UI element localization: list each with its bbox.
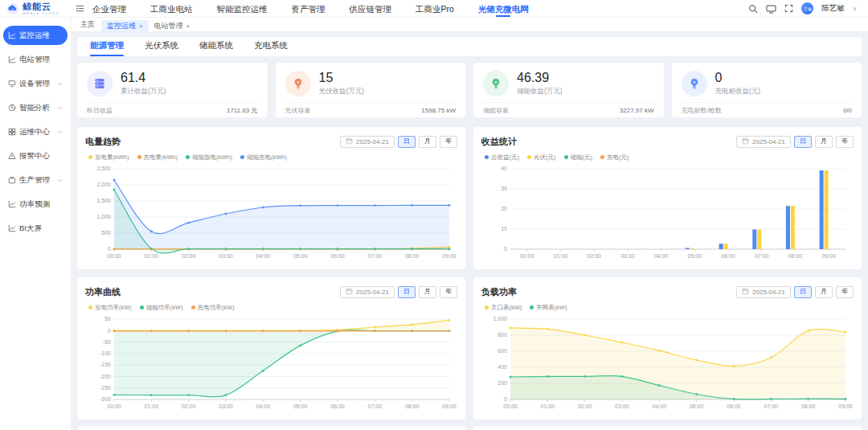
data-point[interactable]: [695, 359, 698, 362]
sidebar-collapse-icon[interactable]: [76, 4, 84, 13]
data-point[interactable]: [411, 204, 413, 207]
user-menu-chevron-icon[interactable]: ∨: [853, 6, 857, 12]
period-button-年[interactable]: 年: [836, 286, 854, 298]
sidebar-item-6[interactable]: 生产管理: [3, 170, 68, 190]
legend-item[interactable]: 充电(元): [600, 154, 629, 162]
data-point[interactable]: [448, 319, 451, 321]
bar[interactable]: [686, 248, 690, 250]
data-point[interactable]: [299, 330, 301, 333]
nav-item-5[interactable]: 工商业Pro: [416, 0, 454, 18]
avatar[interactable]: 艺敏: [801, 2, 813, 14]
data-point[interactable]: [337, 248, 339, 250]
data-point[interactable]: [374, 326, 376, 329]
legend-item[interactable]: 总收益(元): [485, 154, 519, 162]
nav-item-1[interactable]: 工商业电站: [150, 0, 193, 18]
data-point[interactable]: [225, 248, 227, 250]
period-button-月[interactable]: 月: [419, 286, 436, 298]
monitor-icon[interactable]: [766, 4, 776, 14]
close-icon[interactable]: ×: [139, 23, 143, 30]
period-button-日[interactable]: 日: [794, 286, 812, 298]
data-point[interactable]: [337, 204, 339, 207]
sidebar-item-3[interactable]: 智能分析: [3, 98, 68, 117]
data-point[interactable]: [187, 248, 190, 250]
legend-item[interactable]: 充电量(kWh): [137, 154, 178, 162]
close-icon[interactable]: ×: [186, 23, 190, 30]
data-point[interactable]: [547, 328, 549, 330]
search-icon[interactable]: [748, 4, 758, 14]
sidebar-item-5[interactable]: 报警中心: [3, 146, 68, 166]
nav-item-0[interactable]: 企业管理: [92, 0, 126, 18]
data-point[interactable]: [448, 248, 451, 250]
tab-0[interactable]: 能源管理: [90, 40, 124, 56]
data-point[interactable]: [113, 394, 116, 396]
data-point[interactable]: [299, 204, 301, 207]
nav-item-4[interactable]: 供应链管理: [350, 0, 392, 18]
sidebar-item-1[interactable]: 电站管理: [3, 50, 68, 69]
data-point[interactable]: [262, 330, 264, 333]
legend-item[interactable]: 光伏(元): [527, 154, 556, 162]
data-point[interactable]: [770, 357, 772, 359]
data-point[interactable]: [374, 330, 376, 333]
data-point[interactable]: [448, 330, 451, 333]
legend-item[interactable]: 并网表(kW): [530, 304, 567, 312]
legend-item[interactable]: 储能(元): [564, 154, 593, 162]
data-point[interactable]: [583, 334, 586, 337]
data-point[interactable]: [113, 179, 116, 182]
nav-item-3[interactable]: 资产管理: [292, 0, 326, 18]
data-point[interactable]: [695, 393, 698, 395]
period-button-年[interactable]: 年: [836, 136, 854, 148]
tab-1[interactable]: 光伏系统: [145, 40, 178, 56]
data-point[interactable]: [187, 330, 190, 333]
data-point[interactable]: [337, 330, 339, 333]
period-button-月[interactable]: 月: [815, 286, 833, 298]
data-point[interactable]: [510, 376, 512, 379]
bar[interactable]: [752, 230, 756, 250]
data-point[interactable]: [733, 365, 735, 367]
sidebar-item-4[interactable]: 运维中心: [3, 122, 68, 141]
data-point[interactable]: [411, 324, 413, 326]
data-point[interactable]: [448, 246, 451, 248]
data-point[interactable]: [411, 330, 413, 333]
bar[interactable]: [724, 244, 728, 249]
data-point[interactable]: [225, 213, 227, 215]
brand-logo[interactable]: 鲸能云 WHALE CLOUD: [0, 2, 71, 15]
data-point[interactable]: [510, 327, 512, 330]
data-point[interactable]: [299, 345, 301, 347]
period-button-月[interactable]: 月: [419, 136, 436, 148]
data-point[interactable]: [807, 398, 809, 400]
legend-item[interactable]: 发电功率(kW): [88, 304, 132, 312]
bar[interactable]: [786, 206, 790, 249]
period-button-月[interactable]: 月: [815, 136, 833, 148]
bar[interactable]: [825, 170, 829, 249]
legend-item[interactable]: 储能充电(kWh): [240, 154, 287, 162]
data-point[interactable]: [225, 394, 227, 396]
data-point[interactable]: [187, 394, 190, 396]
bar[interactable]: [719, 244, 723, 249]
fullscreen-icon[interactable]: [784, 4, 793, 13]
sidebar-item-2[interactable]: 设备管理: [3, 74, 68, 93]
bar[interactable]: [757, 230, 761, 249]
sidebar-item-0[interactable]: 监控运维: [3, 26, 68, 45]
date-picker[interactable]: 2025-04-21: [736, 286, 791, 298]
legend-item[interactable]: 储能功率(kW): [140, 304, 183, 312]
sidebar-item-8[interactable]: BI大屏: [3, 219, 68, 238]
data-point[interactable]: [187, 222, 190, 224]
data-point[interactable]: [225, 330, 227, 333]
legend-item[interactable]: 充电功率(kW): [191, 304, 235, 312]
data-point[interactable]: [374, 204, 376, 207]
date-picker[interactable]: 2025-04-21: [340, 286, 395, 298]
legend-item[interactable]: 发电量(kWh): [88, 154, 129, 162]
bar[interactable]: [820, 170, 824, 249]
period-button-日[interactable]: 日: [398, 286, 416, 298]
sidebar-item-7[interactable]: 功率预测: [3, 195, 68, 214]
data-point[interactable]: [150, 231, 153, 233]
data-point[interactable]: [583, 375, 586, 378]
period-button-年[interactable]: 年: [440, 136, 457, 148]
period-button-日[interactable]: 日: [398, 136, 416, 148]
data-point[interactable]: [262, 370, 264, 372]
period-button-年[interactable]: 年: [440, 286, 457, 298]
tab-2[interactable]: 储能系统: [199, 40, 233, 56]
bar[interactable]: [791, 206, 795, 249]
data-point[interactable]: [733, 398, 735, 400]
data-point[interactable]: [262, 248, 264, 250]
